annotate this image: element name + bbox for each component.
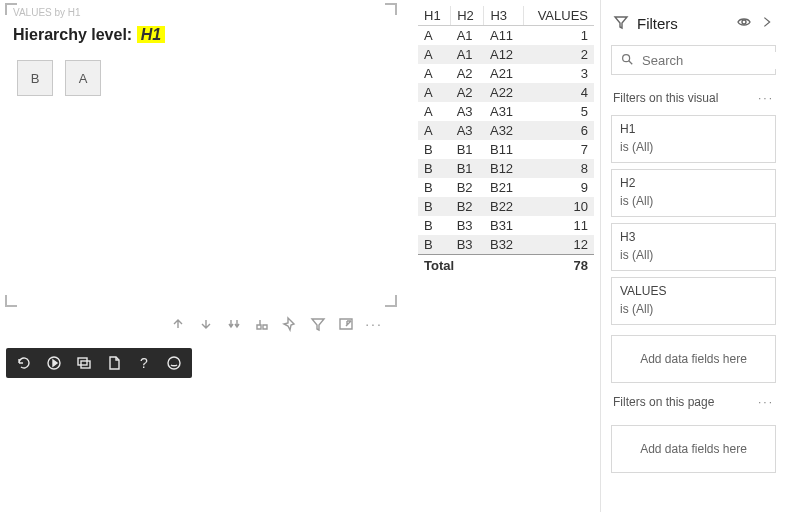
hierarchy-line: Hierarchy level: H1 (7, 18, 395, 54)
table-cell: B11 (484, 140, 523, 159)
table-cell: B (418, 178, 451, 197)
table-cell: A22 (484, 83, 523, 102)
filter-card[interactable]: VALUESis (All) (611, 277, 776, 325)
table-cell: A32 (484, 121, 523, 140)
visual-title: VALUES by H1 (7, 5, 395, 18)
filter-card-name: H2 (620, 176, 767, 190)
table-cell: 11 (523, 216, 594, 235)
filter-card-state: is (All) (620, 194, 767, 208)
table-cell: 3 (523, 64, 594, 83)
drill-down-icon[interactable] (198, 316, 214, 332)
table-row[interactable]: AA3A326 (418, 121, 594, 140)
table-total-row: Total 78 (418, 255, 594, 277)
expand-next-icon[interactable] (254, 316, 270, 332)
table-row[interactable]: AA2A224 (418, 83, 594, 102)
table-cell: B2 (451, 197, 484, 216)
dataview-icon[interactable] (76, 355, 92, 371)
search-input[interactable] (640, 52, 786, 69)
table-cell: 6 (523, 121, 594, 140)
slicer-button-a[interactable]: A (65, 60, 101, 96)
table-cell: B21 (484, 178, 523, 197)
section-visual-label: Filters on this visual (613, 91, 718, 105)
help-icon[interactable]: ? (136, 355, 152, 371)
log-icon[interactable] (106, 355, 122, 371)
slicer-row: B A (7, 54, 395, 102)
focus-mode-icon[interactable] (338, 316, 354, 332)
expand-all-icon[interactable] (226, 316, 242, 332)
table-cell: A31 (484, 102, 523, 121)
filter-card[interactable]: H2is (All) (611, 169, 776, 217)
table-cell: A3 (451, 102, 484, 121)
filter-card-state: is (All) (620, 248, 767, 262)
col-h3[interactable]: H3 (484, 6, 523, 26)
table-cell: B (418, 216, 451, 235)
table-header-row: H1 H2 H3 VALUES (418, 6, 594, 26)
resize-handle-bl[interactable] (5, 295, 17, 307)
drop-zone-visual[interactable]: Add data fields here (611, 335, 776, 383)
section-page-more-icon[interactable]: ··· (758, 395, 774, 409)
filter-card-state: is (All) (620, 140, 767, 154)
table-cell: 9 (523, 178, 594, 197)
resize-handle-tl[interactable] (5, 3, 17, 15)
table-cell: 10 (523, 197, 594, 216)
section-page-label: Filters on this page (613, 395, 714, 409)
table-cell: A (418, 64, 451, 83)
drill-up-icon[interactable] (170, 316, 186, 332)
table-cell: 7 (523, 140, 594, 159)
table-row[interactable]: AA1A111 (418, 26, 594, 46)
pin-icon[interactable] (282, 316, 298, 332)
section-filters-page: Filters on this page ··· (601, 389, 786, 415)
section-filters-visual: Filters on this visual ··· (601, 85, 786, 111)
feedback-icon[interactable] (166, 355, 182, 371)
table-cell: B (418, 197, 451, 216)
table-row[interactable]: BB3B3111 (418, 216, 594, 235)
table-cell: A3 (451, 121, 484, 140)
table-cell: 5 (523, 102, 594, 121)
reload-icon[interactable] (16, 355, 32, 371)
resize-handle-tr[interactable] (385, 3, 397, 15)
filters-title: Filters (637, 15, 728, 32)
filter-card-name: H3 (620, 230, 767, 244)
more-options-icon[interactable]: ··· (366, 316, 382, 332)
filter-card[interactable]: H1is (All) (611, 115, 776, 163)
table-row[interactable]: BB1B117 (418, 140, 594, 159)
table-cell: A11 (484, 26, 523, 46)
col-h1[interactable]: H1 (418, 6, 451, 26)
svg-point-3 (168, 357, 180, 369)
preview-icon[interactable] (736, 14, 752, 33)
table-row[interactable]: BB2B219 (418, 178, 594, 197)
table-cell: 8 (523, 159, 594, 178)
col-h2[interactable]: H2 (451, 6, 484, 26)
table-row[interactable]: AA3A315 (418, 102, 594, 121)
table-row[interactable]: BB3B3212 (418, 235, 594, 255)
filter-icon[interactable] (310, 316, 326, 332)
filter-card-name: H1 (620, 122, 767, 136)
hierarchy-label: Hierarchy level: (13, 26, 137, 43)
table-cell: B2 (451, 178, 484, 197)
filters-search[interactable] (611, 45, 776, 75)
table-cell: 1 (523, 26, 594, 46)
table-cell: B1 (451, 140, 484, 159)
section-visual-more-icon[interactable]: ··· (758, 91, 774, 105)
data-table: H1 H2 H3 VALUES AA1A111AA1A122AA2A213AA2… (418, 6, 594, 276)
table-cell: B12 (484, 159, 523, 178)
table-cell: B (418, 235, 451, 255)
table-cell: A (418, 102, 451, 121)
slicer-button-b[interactable]: B (17, 60, 53, 96)
filters-header: Filters (601, 0, 786, 45)
visual-card[interactable]: VALUES by H1 Hierarchy level: H1 B A (6, 4, 396, 306)
total-value: 78 (523, 255, 594, 277)
table-row[interactable]: AA1A122 (418, 45, 594, 64)
table-row[interactable]: AA2A213 (418, 64, 594, 83)
filter-card[interactable]: H3is (All) (611, 223, 776, 271)
col-values[interactable]: VALUES (523, 6, 594, 26)
drop-zone-page[interactable]: Add data fields here (611, 425, 776, 473)
play-icon[interactable] (46, 355, 62, 371)
table-cell: A12 (484, 45, 523, 64)
resize-handle-br[interactable] (385, 295, 397, 307)
table-cell: 12 (523, 235, 594, 255)
collapse-pane-icon[interactable] (760, 15, 774, 32)
table-row[interactable]: BB2B2210 (418, 197, 594, 216)
table-cell: B (418, 140, 451, 159)
table-row[interactable]: BB1B128 (418, 159, 594, 178)
